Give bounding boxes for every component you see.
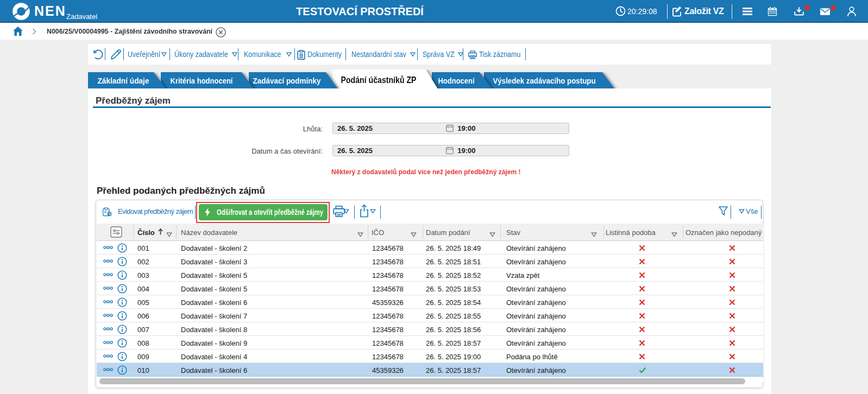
svg-text:Zadávací podmínky: Zadávací podmínky xyxy=(253,76,322,85)
svg-text:Základní údaje: Základní údaje xyxy=(98,76,149,85)
svg-text:Kritéria hodnocení: Kritéria hodnocení xyxy=(171,76,234,85)
svg-text:Podání účastníků ZP: Podání účastníků ZP xyxy=(341,75,417,85)
svg-text:Výsledek zadávacího postupu: Výsledek zadávacího postupu xyxy=(493,76,596,85)
svg-text:Hodnocení: Hodnocení xyxy=(438,76,475,85)
